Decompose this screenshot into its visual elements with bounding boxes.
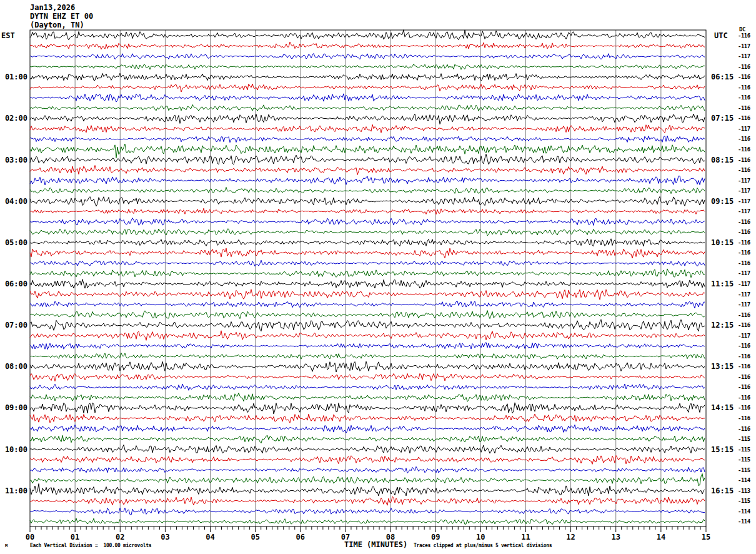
- dc-offset-value: -116: [738, 384, 750, 390]
- dc-offset-value: -117: [738, 188, 750, 194]
- dc-offset-value: -115: [738, 456, 750, 463]
- minute-tick-label: 03: [156, 533, 174, 541]
- dc-offset-value: -117: [738, 333, 750, 339]
- utc-hour-label: 11:15: [711, 280, 734, 288]
- minute-tick-label: 04: [201, 533, 220, 541]
- utc-hour-label: 10:15: [711, 238, 734, 247]
- dc-offset-value: -116: [738, 239, 750, 246]
- minute-tick-label: 02: [111, 533, 129, 541]
- dc-offset-value: -116: [738, 219, 750, 225]
- est-hour-label: 06:00: [0, 280, 27, 288]
- trace-row-22: [30, 260, 705, 266]
- dc-offset-value: -117: [738, 301, 750, 308]
- trace-row-30: [30, 343, 705, 350]
- minute-tick-label: 00: [21, 533, 39, 541]
- x-axis-title: TIME (MINUTES): [344, 540, 407, 549]
- est-hour-label: 08:00: [0, 362, 27, 371]
- dc-offset-value: -116: [738, 146, 750, 153]
- dc-offset-value: -116: [738, 353, 750, 360]
- dc-offset-value: -116: [738, 426, 750, 432]
- trace-row-2: [30, 53, 705, 59]
- dc-offset-value: -116: [738, 84, 750, 91]
- utc-hour-label: 16:15: [711, 486, 734, 495]
- dc-offset-value: -116: [738, 157, 750, 163]
- trace-row-31: [30, 353, 705, 360]
- est-hour-label: 11:00: [0, 486, 27, 495]
- dc-offset-value: -114: [738, 518, 750, 525]
- dc-offset-value: -117: [738, 198, 750, 204]
- dc-offset-value: -116: [738, 363, 750, 370]
- est-hour-label: 02:00: [0, 114, 27, 123]
- plot-border: [30, 30, 706, 526]
- minute-tick-label: 09: [426, 533, 445, 541]
- clipping-note: Traces clipped at plus/minus 5 vertical …: [414, 543, 552, 548]
- trace-row-0: [30, 30, 705, 40]
- trace-row-38: [30, 425, 705, 433]
- dc-offset-value: -116: [738, 64, 750, 70]
- utc-hour-label: 07:15: [711, 114, 734, 123]
- trace-row-33: [30, 373, 705, 381]
- dc-offset-value: -115: [738, 446, 750, 453]
- dc-offset-value: -117: [738, 43, 750, 49]
- utc-hour-label: 08:15: [711, 156, 734, 164]
- minute-tick-label: 05: [246, 533, 265, 541]
- trace-row-28: [30, 320, 705, 331]
- utc-hour-label: 12:15: [711, 321, 734, 330]
- dc-offset-value: -116: [738, 229, 750, 235]
- est-hour-label: 10:00: [0, 445, 27, 454]
- trace-row-47: [30, 518, 705, 525]
- dc-offset-value: -116: [738, 115, 750, 121]
- dc-offset-value: -116: [738, 167, 750, 173]
- trace-row-3: [30, 64, 705, 70]
- trace-row-24: [30, 280, 705, 289]
- trace-row-17: [30, 208, 705, 214]
- helicorder-page: Jan13,2026 DYTN EHZ ET 00 (Dayton, TN) E…: [0, 0, 756, 554]
- est-hour-label: 05:00: [0, 238, 27, 247]
- utc-hour-label: 14:15: [711, 403, 734, 412]
- trace-row-45: [30, 496, 705, 505]
- trace-row-32: [30, 361, 705, 372]
- trace-row-35: [30, 393, 705, 402]
- dc-offset-value: -114: [738, 508, 750, 515]
- dc-offset-value: -117: [738, 178, 750, 184]
- dc-offset-value: -116: [738, 33, 750, 39]
- trace-row-9: [30, 124, 705, 133]
- dc-offset-value: -116: [738, 322, 750, 328]
- trace-row-26: [30, 301, 705, 308]
- vertical-division-note: Each Vertical Division = 100.00 microvol…: [30, 543, 151, 548]
- dc-offset-value: -116: [738, 136, 750, 142]
- dc-offset-value: -117: [738, 208, 750, 214]
- est-hour-label: 07:00: [0, 321, 27, 330]
- utc-hour-label: 09:15: [711, 197, 734, 206]
- dc-offset-value: -116: [738, 94, 750, 101]
- est-hour-label: 09:00: [0, 403, 27, 412]
- minute-tick-label: 11: [517, 533, 535, 541]
- trace-row-20: [30, 239, 705, 246]
- trace-row-8: [30, 114, 705, 124]
- trace-row-34: [30, 384, 705, 390]
- dc-offset-value: -117: [738, 126, 750, 132]
- dc-offset-value: -116: [738, 74, 750, 80]
- dc-offset-value: -116: [738, 343, 750, 349]
- trace-row-14: [30, 176, 705, 185]
- dc-offset-value: -116: [738, 415, 750, 421]
- trace-row-13: [30, 166, 705, 175]
- trace-row-40: [30, 445, 705, 453]
- minute-tick-label: 06: [291, 533, 310, 541]
- trace-row-29: [30, 331, 705, 341]
- est-hour-label: 04:00: [0, 197, 27, 206]
- minute-tick-label: 13: [607, 533, 625, 541]
- minute-tick-label: 01: [66, 533, 84, 541]
- trace-row-39: [30, 435, 705, 443]
- trace-row-25: [30, 290, 705, 300]
- trace-row-37: [30, 414, 705, 423]
- trace-row-19: [30, 229, 705, 236]
- watermark-glyph: M: [5, 543, 7, 548]
- minute-tick-label: 14: [652, 533, 670, 541]
- trace-row-27: [30, 311, 705, 319]
- trace-row-11: [30, 144, 705, 158]
- dc-offset-value: -117: [738, 281, 750, 287]
- seismogram-canvas: [0, 0, 756, 554]
- utc-hour-label: 15:15: [711, 445, 734, 454]
- dc-offset-value: -115: [738, 436, 750, 442]
